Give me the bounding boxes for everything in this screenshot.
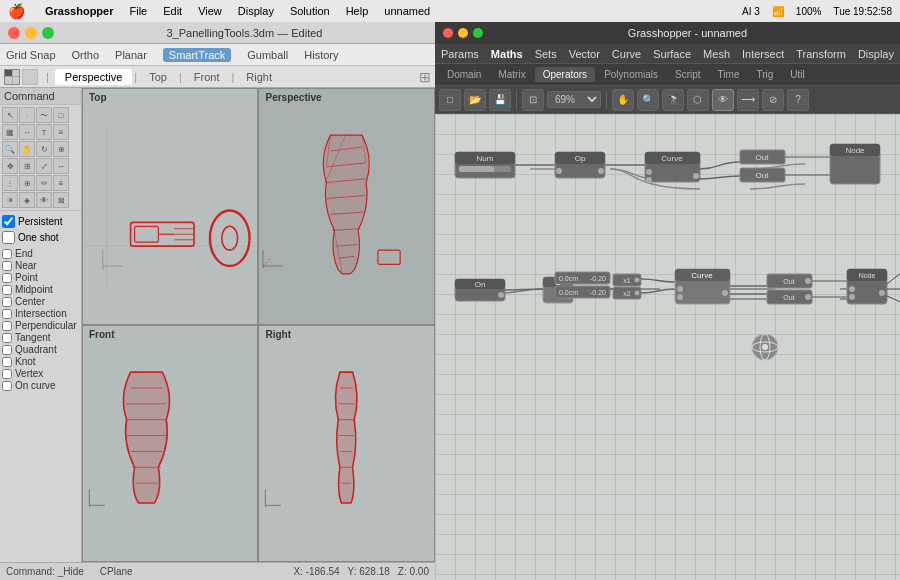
viewport-top[interactable]: Top	[82, 88, 258, 325]
gh-nav-btn[interactable]: 🔭	[662, 89, 684, 111]
tab-domain[interactable]: Domain	[439, 67, 489, 82]
gh-canvas[interactable]: Num Op	[435, 114, 900, 580]
tab-util[interactable]: Util	[782, 67, 812, 82]
gh-bake-btn[interactable]: ⬡	[687, 89, 709, 111]
gh-node-surface[interactable]: Curve	[675, 269, 730, 304]
gh-save-btn[interactable]: 💾	[489, 89, 511, 111]
gh-param-box2[interactable]: 0.0cm -0.20	[555, 286, 610, 298]
persistent-checkbox[interactable]	[2, 215, 15, 228]
snap-vertex[interactable]: Vertex	[2, 368, 79, 379]
gh-node-far1[interactable]: Node	[830, 144, 880, 184]
gh-disable-btn[interactable]: ⊘	[762, 89, 784, 111]
gh-node-op1[interactable]: Op	[555, 152, 605, 178]
render-tool[interactable]: ◈	[19, 192, 35, 208]
light-tool[interactable]: ☀	[2, 192, 18, 208]
tab-script[interactable]: Script	[667, 67, 709, 82]
gh-menu-display[interactable]: Display	[858, 48, 894, 60]
gh-node-c2[interactable]: x2	[613, 287, 641, 299]
menu-unnamed[interactable]: unnamed	[384, 5, 430, 17]
gh-menu-maths[interactable]: Maths	[491, 48, 523, 60]
gh-node-e2[interactable]: Out	[767, 290, 812, 304]
gh-menu-surface[interactable]: Surface	[653, 48, 691, 60]
array-tool[interactable]: ⋮	[2, 175, 18, 191]
gh-close[interactable]	[443, 28, 453, 38]
gh-node-e1[interactable]: Out	[767, 274, 812, 288]
snap-perp[interactable]: Perpendicular	[2, 320, 79, 331]
planar-btn[interactable]: Planar	[115, 49, 147, 61]
mesh-tool[interactable]: ▦	[2, 124, 18, 140]
snap-tool[interactable]: ⊠	[53, 192, 69, 208]
copy-tool[interactable]: ⊞	[19, 158, 35, 174]
gh-node-slider[interactable]: Num	[455, 152, 515, 178]
pan-tool[interactable]: ✋	[19, 141, 35, 157]
tab-right[interactable]: Right	[236, 69, 282, 85]
analyze-tool[interactable]: ⊕	[53, 141, 69, 157]
snap-intersection[interactable]: Intersection	[2, 308, 79, 319]
mirror-tool[interactable]: ↔	[53, 158, 69, 174]
move-tool[interactable]: ✥	[2, 158, 18, 174]
history-btn[interactable]: History	[304, 49, 338, 61]
view-tool[interactable]: 👁	[36, 192, 52, 208]
rotate-tool[interactable]: ↻	[36, 141, 52, 157]
tab-time[interactable]: Time	[710, 67, 748, 82]
smarttrack-btn[interactable]: SmartTrack	[163, 48, 231, 62]
snap-point[interactable]: Point	[2, 272, 79, 283]
snap-center[interactable]: Center	[2, 296, 79, 307]
ortho-btn[interactable]: Ortho	[72, 49, 100, 61]
app-name[interactable]: Grasshopper	[45, 5, 113, 17]
layer-tool[interactable]: ≡	[53, 175, 69, 191]
menu-display[interactable]: Display	[238, 5, 274, 17]
boolean-tool[interactable]: ⊕	[19, 175, 35, 191]
scale-tool[interactable]: ⤢	[36, 158, 52, 174]
tab-matrix[interactable]: Matrix	[490, 67, 533, 82]
expand-btn[interactable]: ⊞	[419, 69, 431, 85]
viewport-front[interactable]: Front	[82, 325, 258, 562]
gh-node-out1[interactable]: Out	[740, 150, 785, 164]
apple-menu[interactable]: 🍎	[8, 3, 25, 19]
gh-menu-mesh[interactable]: Mesh	[703, 48, 730, 60]
maximize-btn[interactable]	[42, 27, 54, 39]
gh-node-curve[interactable]: Curve	[645, 152, 700, 183]
menu-help[interactable]: Help	[346, 5, 369, 17]
gh-wire-btn[interactable]: ⟶	[737, 89, 759, 111]
gh-node-far2[interactable]: Node	[847, 269, 887, 304]
menu-solution[interactable]: Solution	[290, 5, 330, 17]
gh-menu-params[interactable]: Params	[441, 48, 479, 60]
zoom-tool[interactable]: 🔍	[2, 141, 18, 157]
gh-zoom-btn[interactable]: 🔍	[637, 89, 659, 111]
tab-trig[interactable]: Trig	[748, 67, 781, 82]
tab-polynomials[interactable]: Polynomials	[596, 67, 666, 82]
snap-near[interactable]: Near	[2, 260, 79, 271]
gh-node-out2[interactable]: Out	[740, 168, 785, 182]
hatch-tool[interactable]: ≡	[53, 124, 69, 140]
grid-view-icon[interactable]	[4, 69, 20, 85]
edit-tool[interactable]: ✏	[36, 175, 52, 191]
snap-quadrant[interactable]: Quadrant	[2, 344, 79, 355]
select-tool[interactable]: ↖	[2, 107, 18, 123]
surface-tool[interactable]: □	[53, 107, 69, 123]
single-view-icon[interactable]	[22, 69, 38, 85]
menu-file[interactable]: File	[129, 5, 147, 17]
gh-zoom-select[interactable]: 69% 100% 50%	[547, 91, 601, 108]
gh-new-btn[interactable]: □	[439, 89, 461, 111]
menu-view[interactable]: View	[198, 5, 222, 17]
gh-doc-btn[interactable]: ?	[787, 89, 809, 111]
snap-knot[interactable]: Knot	[2, 356, 79, 367]
dim-tool[interactable]: ↔	[19, 124, 35, 140]
text-tool[interactable]: T	[36, 124, 52, 140]
gh-menu-transform[interactable]: Transform	[796, 48, 846, 60]
gh-node-c[interactable]: x1	[613, 274, 641, 286]
gh-orbit-icon[interactable]	[752, 334, 778, 360]
gh-max[interactable]	[473, 28, 483, 38]
minimize-btn[interactable]	[25, 27, 37, 39]
gh-menu-curve[interactable]: Curve	[612, 48, 641, 60]
tab-operators[interactable]: Operators	[535, 67, 595, 82]
gh-menu-vector[interactable]: Vector	[569, 48, 600, 60]
grid-snap-btn[interactable]: Grid Snap	[6, 49, 56, 61]
viewport-perspective[interactable]: Perspective	[258, 88, 434, 325]
tab-top[interactable]: Top	[139, 69, 177, 85]
snap-oncurve[interactable]: On curve	[2, 380, 79, 391]
viewport-right[interactable]: Right	[258, 325, 434, 562]
gh-pan-btn[interactable]: ✋	[612, 89, 634, 111]
gh-open-btn[interactable]: 📂	[464, 89, 486, 111]
